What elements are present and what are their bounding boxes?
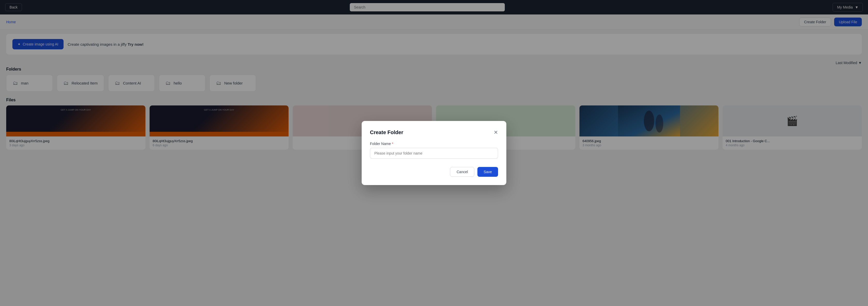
modal-overlay: Create Folder ✕ Folder Name * Cancel Sav… xyxy=(0,0,868,306)
modal-actions: Cancel Save xyxy=(370,167,498,177)
modal-title: Create Folder xyxy=(370,129,403,135)
create-folder-modal: Create Folder ✕ Folder Name * Cancel Sav… xyxy=(362,121,506,185)
cancel-button[interactable]: Cancel xyxy=(450,167,474,177)
folder-name-label: Folder Name * xyxy=(370,142,498,146)
modal-header: Create Folder ✕ xyxy=(370,129,498,135)
save-button[interactable]: Save xyxy=(477,167,498,177)
folder-name-input[interactable] xyxy=(370,148,498,159)
required-indicator: * xyxy=(392,142,393,146)
modal-close-button[interactable]: ✕ xyxy=(494,129,498,135)
